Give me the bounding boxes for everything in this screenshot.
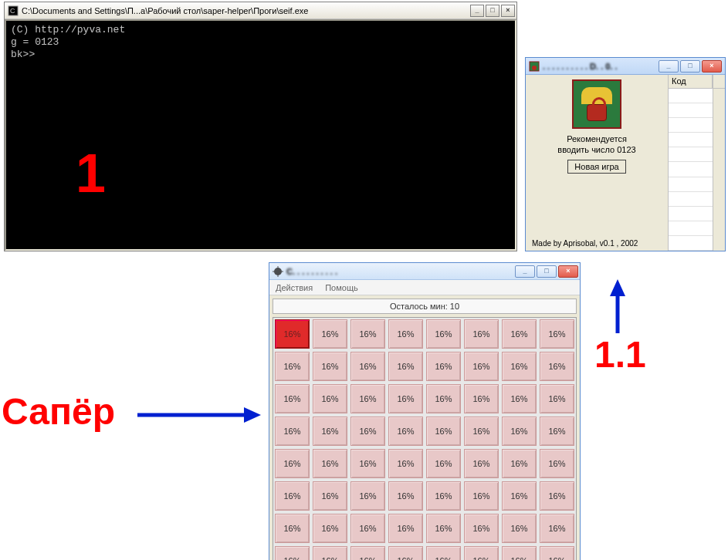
saper-cell[interactable]: 16% <box>426 481 461 511</box>
saper-cell[interactable]: 16% <box>313 384 347 413</box>
saper-cell[interactable]: 16% <box>426 384 461 413</box>
maximize-button[interactable]: □ <box>486 5 499 17</box>
saper-cell[interactable]: 16% <box>464 481 499 511</box>
saper-cell[interactable]: 16% <box>350 384 385 413</box>
saper-cell[interactable]: 16% <box>502 319 537 349</box>
saper-cell[interactable]: 16% <box>313 319 347 349</box>
saper-cell[interactable]: 16% <box>275 546 310 560</box>
menu-actions[interactable]: Действия <box>276 283 313 292</box>
code-column-header[interactable]: Код <box>669 75 713 88</box>
grid-row[interactable] <box>669 207 713 221</box>
saper-cell[interactable]: 16% <box>540 481 574 511</box>
saper-cell[interactable]: 16% <box>502 417 537 446</box>
saper-cell[interactable]: 16% <box>464 352 499 381</box>
grid-row[interactable] <box>669 103 713 118</box>
saper-cell[interactable]: 16% <box>540 352 574 381</box>
helper-titlebar[interactable]: . . . . . . . . . . D. . 0. . _ □ × <box>526 58 725 75</box>
saper-cell[interactable]: 16% <box>313 417 347 446</box>
saper-grid: 16%16%16%16%16%16%16%16%16%16%16%16%16%1… <box>273 317 577 560</box>
saper-cell[interactable]: 16% <box>313 352 347 381</box>
saper-cell[interactable]: 16% <box>502 449 537 478</box>
saper-cell[interactable]: 16% <box>540 319 574 349</box>
saper-cell[interactable]: 16% <box>350 352 385 381</box>
saper-cell[interactable]: 16% <box>540 417 574 446</box>
grid-row[interactable] <box>669 192 713 207</box>
saper-cell[interactable]: 16% <box>502 546 537 560</box>
saper-cell[interactable]: 16% <box>464 319 499 349</box>
minimize-button[interactable]: _ <box>659 60 679 73</box>
close-button[interactable]: × <box>501 5 515 17</box>
saper-cell[interactable]: 16% <box>313 546 347 560</box>
saper-cell[interactable]: 16% <box>350 319 385 349</box>
saper-cell[interactable]: 16% <box>275 449 310 478</box>
saper-cell[interactable]: 16% <box>502 352 537 381</box>
helper-code-grid: Код <box>668 75 725 251</box>
saper-cell[interactable]: 16% <box>426 352 461 381</box>
saper-cell[interactable]: 16% <box>464 449 499 478</box>
saper-cell[interactable]: 16% <box>464 546 499 560</box>
saper-cell[interactable]: 16% <box>275 384 310 413</box>
grid-row[interactable] <box>669 147 713 162</box>
saper-cell[interactable]: 16% <box>275 352 310 381</box>
scrollbar-top-button[interactable] <box>713 75 725 88</box>
console-body[interactable]: (C) http://pyva.net g = 0123 bk>> 1 <box>5 19 516 251</box>
saper-cell[interactable]: 16% <box>540 546 574 560</box>
saper-cell[interactable]: 16% <box>540 514 574 543</box>
saper-cell[interactable]: 16% <box>275 481 310 511</box>
saper-cell[interactable]: 16% <box>464 417 499 446</box>
saper-cell[interactable]: 16% <box>426 417 461 446</box>
console-window: C C:\Documents and Settings\П...а\Рабочи… <box>4 2 517 251</box>
saper-cell[interactable]: 16% <box>388 384 423 413</box>
saper-cell[interactable]: 16% <box>426 514 461 543</box>
minimize-button[interactable]: _ <box>515 265 535 278</box>
saper-cell[interactable]: 16% <box>464 384 499 413</box>
grid-row[interactable] <box>669 89 713 103</box>
scrollbar[interactable] <box>713 89 725 251</box>
grid-row[interactable] <box>669 177 713 192</box>
grid-row[interactable] <box>669 236 713 251</box>
close-button[interactable]: × <box>558 265 578 278</box>
console-line: (C) http://pyva.net <box>11 24 510 36</box>
saper-cell[interactable]: 16% <box>426 319 461 349</box>
saper-cell[interactable]: 16% <box>275 319 310 349</box>
saper-cell[interactable]: 16% <box>313 449 347 478</box>
saper-cell[interactable]: 16% <box>388 319 423 349</box>
minimize-button[interactable]: _ <box>470 5 484 17</box>
saper-cell[interactable]: 16% <box>313 481 347 511</box>
saper-cell[interactable]: 16% <box>275 417 310 446</box>
saper-cell[interactable]: 16% <box>426 546 461 560</box>
saper-cell[interactable]: 16% <box>313 514 347 543</box>
console-titlebar[interactable]: C C:\Documents and Settings\П...а\Рабочи… <box>5 2 516 19</box>
saper-cell[interactable]: 16% <box>388 481 423 511</box>
saper-cell[interactable]: 16% <box>388 514 423 543</box>
saper-cell[interactable]: 16% <box>350 417 385 446</box>
close-button[interactable]: × <box>702 60 722 73</box>
menu-help[interactable]: Помощь <box>325 283 358 292</box>
saper-cell[interactable]: 16% <box>350 514 385 543</box>
saper-cell[interactable]: 16% <box>540 384 574 413</box>
saper-cell[interactable]: 16% <box>275 514 310 543</box>
grid-row[interactable] <box>669 133 713 147</box>
saper-cell[interactable]: 16% <box>388 352 423 381</box>
saper-cell[interactable]: 16% <box>350 481 385 511</box>
console-title: C:\Documents and Settings\П...а\Рабочий … <box>22 6 467 15</box>
saper-cell[interactable]: 16% <box>388 449 423 478</box>
grid-row[interactable] <box>669 162 713 177</box>
saper-cell[interactable]: 16% <box>388 417 423 446</box>
grid-row[interactable] <box>669 118 713 133</box>
saper-titlebar[interactable]: C. . . . . . . . . . _ □ × <box>269 263 580 280</box>
grid-cells[interactable] <box>669 89 713 251</box>
saper-cell[interactable]: 16% <box>502 514 537 543</box>
maximize-button[interactable]: □ <box>537 265 557 278</box>
new-game-button[interactable]: Новая игра <box>567 160 625 174</box>
grid-row[interactable] <box>669 221 713 236</box>
saper-cell[interactable]: 16% <box>350 449 385 478</box>
saper-cell[interactable]: 16% <box>464 514 499 543</box>
maximize-button[interactable]: □ <box>680 60 700 73</box>
saper-cell[interactable]: 16% <box>540 449 574 478</box>
saper-cell[interactable]: 16% <box>426 449 461 478</box>
saper-cell[interactable]: 16% <box>388 546 423 560</box>
saper-cell[interactable]: 16% <box>502 481 537 511</box>
saper-cell[interactable]: 16% <box>502 384 537 413</box>
saper-cell[interactable]: 16% <box>350 546 385 560</box>
